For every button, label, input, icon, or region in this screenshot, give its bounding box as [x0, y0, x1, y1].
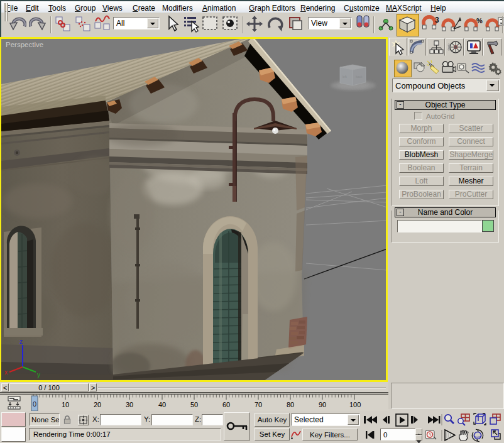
svg-text:left: left — [342, 75, 347, 79]
svg-text:90: 90 — [319, 401, 326, 408]
svg-text:20: 20 — [94, 401, 101, 408]
svg-text:70: 70 — [255, 401, 262, 408]
svg-text:0: 0 — [33, 400, 36, 408]
svg-text:60: 60 — [222, 401, 230, 408]
svg-text:x: x — [4, 369, 8, 376]
svg-text:30: 30 — [126, 401, 133, 408]
svg-text:y: y — [37, 371, 40, 378]
svg-text:80: 80 — [287, 401, 294, 408]
svg-text:100: 100 — [349, 401, 361, 408]
svg-text:Perspective: Perspective — [6, 41, 43, 48]
svg-text:back: back — [356, 75, 363, 79]
svg-text:%: % — [476, 17, 483, 25]
svg-text:3: 3 — [435, 16, 439, 25]
svg-text:40: 40 — [158, 401, 166, 408]
svg-text:z: z — [19, 338, 23, 345]
svg-text:10: 10 — [62, 401, 69, 408]
svg-text:50: 50 — [190, 401, 198, 408]
